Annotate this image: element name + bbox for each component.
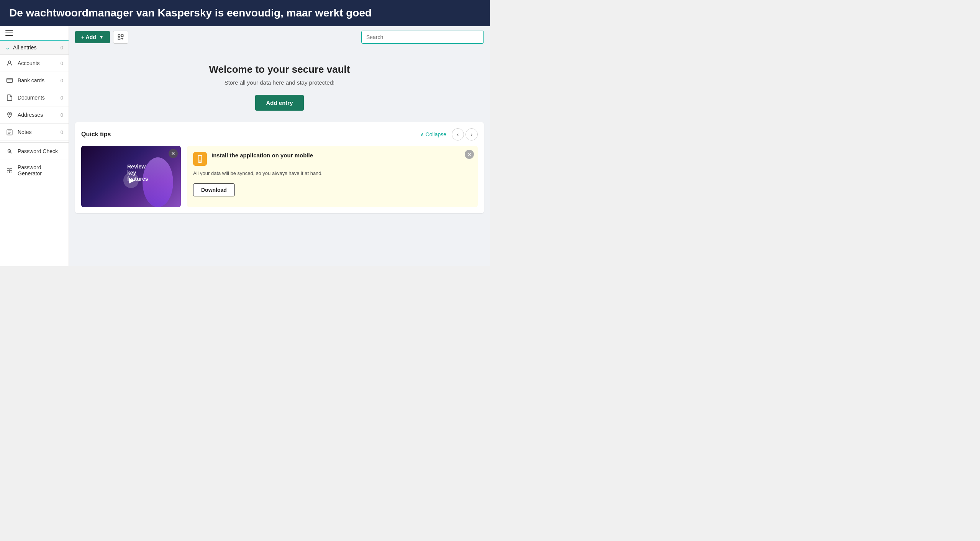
svg-rect-16	[118, 34, 120, 36]
address-icon	[5, 111, 14, 119]
mobile-tip-card: Install the application on your mobile ✕…	[187, 146, 478, 207]
all-entries-count: 0	[61, 45, 63, 51]
svg-rect-1	[7, 78, 13, 83]
sidebar: ⌄ All entries 0 Accounts 0	[0, 26, 69, 266]
welcome-subtitle: Store all your data here and stay protec…	[225, 79, 335, 86]
svg-point-20	[200, 161, 200, 162]
video-close-icon: ✕	[171, 150, 175, 157]
video-thumbnail: Review key features ▶ ✕	[81, 146, 181, 207]
sidebar-item-accounts[interactable]: Accounts 0	[0, 55, 69, 72]
notes-count: 0	[61, 129, 63, 135]
toolbar: + Add ▼	[69, 26, 490, 48]
sidebar-item-addresses[interactable]: Addresses 0	[0, 106, 69, 124]
notes-icon	[5, 128, 14, 136]
account-icon	[5, 59, 14, 67]
quick-tips-title: Quick tips	[81, 131, 420, 138]
svg-point-3	[9, 113, 10, 115]
download-button[interactable]: Download	[193, 183, 235, 196]
welcome-section: Welcome to your secure vault Store all y…	[69, 48, 490, 122]
add-button[interactable]: + Add ▼	[75, 31, 110, 43]
sidebar-header	[0, 26, 69, 41]
sidebar-nav: Accounts 0 Bank cards 0	[0, 55, 69, 266]
collapse-chevron-icon: ∧	[420, 131, 424, 137]
top-banner: De wachtwoordmanager van Kaspersky is ee…	[0, 0, 490, 26]
mobile-tip-close-button[interactable]: ✕	[465, 150, 474, 159]
main-content: + Add ▼ Welcome to your secure vault Sto…	[69, 26, 490, 266]
banner-text: De wachtwoordmanager van Kaspersky is ee…	[9, 7, 372, 19]
video-close-button[interactable]: ✕	[169, 149, 178, 158]
sidebar-item-documents[interactable]: Documents 0	[0, 89, 69, 106]
sidebar-item-notes[interactable]: Notes 0	[0, 124, 69, 141]
collapse-label: Collapse	[426, 131, 446, 137]
phone-icon	[193, 152, 207, 166]
app-container: ⌄ All entries 0 Accounts 0	[0, 26, 490, 266]
chevron-left-icon: ‹	[457, 131, 459, 137]
bank-cards-count: 0	[61, 78, 63, 83]
password-check-icon	[5, 147, 14, 155]
figure-decoration	[143, 157, 173, 207]
mobile-tip-text: All your data will be synced, so you alw…	[193, 170, 472, 177]
svg-point-0	[8, 61, 11, 63]
next-tip-button[interactable]: ›	[465, 128, 478, 141]
mobile-tip-close-icon: ✕	[467, 152, 472, 157]
chevron-right-icon: ›	[471, 131, 473, 137]
add-entry-button[interactable]: Add entry	[255, 95, 303, 111]
password-gen-icon	[5, 166, 14, 175]
search-input[interactable]	[361, 31, 484, 44]
add-dropdown-arrow-icon: ▼	[99, 34, 104, 40]
document-icon	[5, 93, 14, 102]
search-wrapper	[361, 31, 484, 44]
quick-tips-header: Quick tips ∧ Collapse ‹ ›	[81, 128, 478, 141]
quick-tips-section: Quick tips ∧ Collapse ‹ › Review key f	[75, 122, 484, 213]
collapse-button[interactable]: ∧ Collapse	[420, 131, 446, 137]
video-label: Review key features	[123, 163, 139, 182]
notes-label: Notes	[18, 129, 61, 135]
all-entries-item[interactable]: ⌄ All entries 0	[0, 41, 69, 55]
svg-point-15	[9, 172, 10, 173]
sidebar-item-bank-cards[interactable]: Bank cards 0	[0, 72, 69, 89]
card-icon	[5, 76, 14, 85]
add-button-label: + Add	[81, 34, 96, 40]
svg-point-12	[9, 168, 10, 169]
password-generator-label: Password Generator	[18, 164, 63, 177]
documents-count: 0	[61, 95, 63, 101]
addresses-label: Addresses	[18, 112, 61, 118]
accounts-label: Accounts	[18, 60, 61, 66]
svg-rect-17	[121, 34, 123, 36]
hamburger-menu-icon[interactable]	[5, 30, 13, 36]
all-entries-label: All entries	[13, 44, 61, 51]
chevron-down-icon: ⌄	[5, 44, 10, 51]
sidebar-item-password-generator[interactable]: Password Generator	[0, 160, 69, 181]
welcome-title: Welcome to your secure vault	[209, 64, 350, 75]
mobile-tip-header: Install the application on your mobile	[193, 152, 472, 166]
password-check-label: Password Check	[18, 148, 63, 154]
quick-tips-content: Review key features ▶ ✕	[81, 146, 478, 207]
import-icon	[117, 34, 124, 41]
mobile-tip-title: Install the application on your mobile	[211, 152, 472, 159]
prev-tip-button[interactable]: ‹	[452, 128, 464, 141]
sidebar-item-password-check[interactable]: Password Check	[0, 142, 69, 160]
addresses-count: 0	[61, 112, 63, 118]
accounts-count: 0	[61, 60, 63, 66]
svg-point-8	[8, 150, 11, 153]
import-button[interactable]	[113, 31, 128, 44]
documents-label: Documents	[18, 95, 61, 101]
bank-cards-label: Bank cards	[18, 77, 61, 83]
download-label: Download	[201, 187, 227, 193]
svg-rect-18	[118, 38, 120, 40]
